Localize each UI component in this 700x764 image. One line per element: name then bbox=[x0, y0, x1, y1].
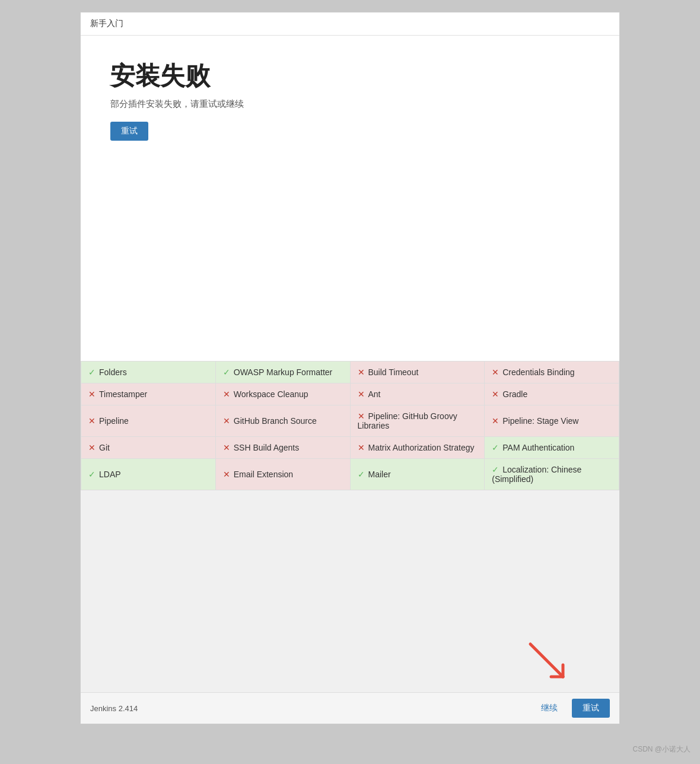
check-icon: ✓ bbox=[358, 470, 365, 479]
table-cell: ✕Timestamper bbox=[81, 383, 216, 405]
plugin-name: Pipeline: GitHub Groovy Libraries bbox=[358, 411, 457, 430]
footer: Jenkins 2.414 继续 重试 bbox=[81, 692, 619, 724]
title-bar: 新手入门 bbox=[81, 12, 619, 36]
page-title: 安装失败 bbox=[110, 59, 590, 93]
plugin-name: SSH Build Agents bbox=[234, 443, 300, 452]
table-cell: ✓Localization: Chinese (Simplified) bbox=[485, 458, 619, 490]
plugin-name: Folders bbox=[99, 367, 127, 377]
plugin-name: Build Timeout bbox=[368, 367, 419, 377]
table-cell: ✕GitHub Branch Source bbox=[215, 405, 350, 436]
plugin-name: Timestamper bbox=[99, 389, 147, 399]
table-cell: ✕Workspace Cleanup bbox=[215, 383, 350, 405]
cross-icon: ✕ bbox=[492, 389, 499, 399]
check-icon: ✓ bbox=[492, 443, 499, 452]
plugins-table-section: ✓Folders✓OWASP Markup Formatter✕Build Ti… bbox=[81, 361, 619, 490]
plugin-name: Mailer bbox=[368, 470, 391, 479]
plugin-name: Git bbox=[99, 443, 110, 452]
main-content: 安装失败 部分插件安装失败，请重试或继续 重试 bbox=[81, 36, 619, 361]
plugin-name: LDAP bbox=[99, 470, 121, 479]
cross-icon: ✕ bbox=[88, 389, 96, 399]
table-cell: ✓OWASP Markup Formatter bbox=[215, 361, 350, 383]
plugin-name: Email Extension bbox=[234, 470, 293, 479]
plugin-name: Pipeline bbox=[99, 416, 129, 426]
plugin-name: OWASP Markup Formatter bbox=[234, 367, 332, 377]
cross-icon: ✕ bbox=[88, 443, 96, 452]
main-window: 新手入门 安装失败 部分插件安装失败，请重试或继续 重试 ✓Folders✓OW… bbox=[80, 12, 620, 724]
cross-icon: ✕ bbox=[223, 443, 230, 452]
cross-icon: ✕ bbox=[88, 416, 96, 426]
table-cell: ✕Build Timeout bbox=[350, 361, 485, 383]
plugin-name: Gradle bbox=[502, 389, 527, 399]
table-cell: ✓Folders bbox=[81, 361, 216, 383]
table-cell: ✕Git bbox=[81, 436, 216, 458]
cross-icon: ✕ bbox=[223, 470, 230, 479]
plugin-name: Localization: Chinese (Simplified) bbox=[492, 465, 581, 484]
table-cell: ✓PAM Authentication bbox=[485, 436, 619, 458]
plugin-name: Credentials Binding bbox=[502, 367, 574, 377]
empty-area bbox=[81, 490, 619, 693]
table-cell: ✕Pipeline bbox=[81, 405, 216, 436]
check-icon: ✓ bbox=[492, 465, 499, 474]
plugin-name: Workspace Cleanup bbox=[234, 389, 308, 399]
cross-icon: ✕ bbox=[358, 411, 365, 421]
plugin-name: GitHub Branch Source bbox=[234, 416, 317, 426]
table-cell: ✕Pipeline: Stage View bbox=[485, 405, 619, 436]
plugin-name: Matrix Authorization Strategy bbox=[368, 443, 475, 452]
cross-icon: ✕ bbox=[223, 416, 230, 426]
table-cell: ✕Credentials Binding bbox=[485, 361, 619, 383]
check-icon: ✓ bbox=[223, 367, 230, 377]
watermark: CSDN @小诺大人 bbox=[632, 744, 691, 755]
cross-icon: ✕ bbox=[358, 443, 365, 452]
plugins-table: ✓Folders✓OWASP Markup Formatter✕Build Ti… bbox=[81, 361, 619, 490]
table-cell: ✕Matrix Authorization Strategy bbox=[350, 436, 485, 458]
table-cell: ✕Gradle bbox=[485, 383, 619, 405]
footer-buttons: 继续 重试 bbox=[533, 699, 610, 718]
table-cell: ✓Mailer bbox=[350, 458, 485, 490]
title-bar-label: 新手入门 bbox=[90, 18, 123, 28]
cross-icon: ✕ bbox=[358, 389, 365, 399]
cross-icon: ✕ bbox=[358, 367, 365, 377]
plugin-name: Pipeline: Stage View bbox=[502, 416, 578, 426]
check-icon: ✓ bbox=[88, 367, 96, 377]
retry-button-top[interactable]: 重试 bbox=[110, 122, 148, 141]
table-cell: ✕SSH Build Agents bbox=[215, 436, 350, 458]
cross-icon: ✕ bbox=[492, 367, 499, 377]
table-cell: ✕Email Extension bbox=[215, 458, 350, 490]
cross-icon: ✕ bbox=[492, 416, 499, 426]
page-subtitle: 部分插件安装失败，请重试或继续 bbox=[110, 99, 590, 110]
plugin-name: PAM Authentication bbox=[502, 443, 574, 452]
table-cell: ✕Pipeline: GitHub Groovy Libraries bbox=[350, 405, 485, 436]
plugin-name: Ant bbox=[368, 389, 381, 399]
continue-button[interactable]: 继续 bbox=[533, 699, 566, 718]
table-cell: ✓LDAP bbox=[81, 458, 216, 490]
check-icon: ✓ bbox=[88, 470, 96, 479]
table-cell: ✕Ant bbox=[350, 383, 485, 405]
footer-version: Jenkins 2.414 bbox=[90, 704, 138, 713]
cross-icon: ✕ bbox=[223, 389, 230, 399]
retry-button-footer[interactable]: 重试 bbox=[572, 699, 610, 718]
